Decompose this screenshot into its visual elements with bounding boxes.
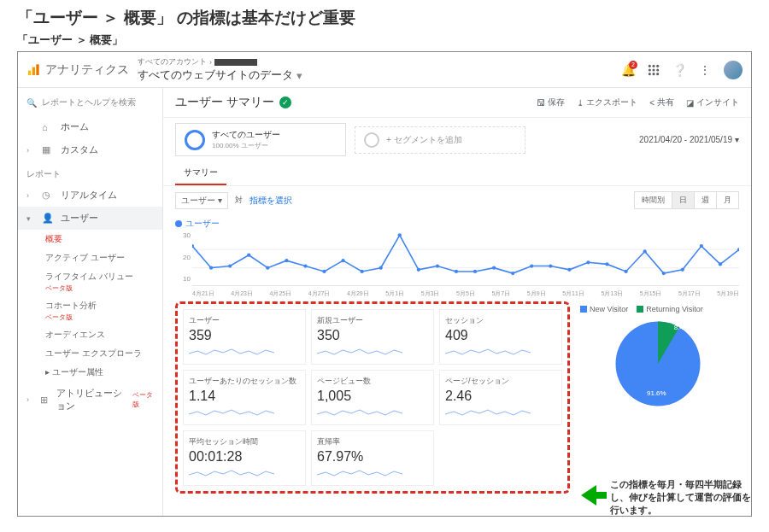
legend-returning: Returning Visitor xyxy=(637,305,702,313)
metric-link[interactable]: 指標を選択 xyxy=(249,195,292,207)
donut-add-icon xyxy=(364,132,379,148)
metrics-panel: ユーザー359新規ユーザー350セッション409ユーザーあたりのセッション数1.… xyxy=(175,301,570,494)
svg-point-33 xyxy=(530,264,533,267)
metric-card[interactable]: 新規ユーザー350 xyxy=(311,309,434,365)
kebab-icon[interactable]: ⋮ xyxy=(698,63,712,77)
metric-value: 409 xyxy=(445,328,556,343)
breadcrumb[interactable]: すべてのアカウント› すべてのウェブサイトのデータ▾ xyxy=(138,56,302,83)
insight-icon: ◪ xyxy=(686,98,694,108)
svg-point-16 xyxy=(209,266,213,270)
nav-attribution[interactable]: ›⊞アトリビューションベータ版 xyxy=(18,382,162,418)
metric-value: 2.46 xyxy=(445,389,556,404)
svg-point-7 xyxy=(652,68,655,71)
metric-card[interactable]: セッション409 xyxy=(439,309,562,365)
nav-realtime[interactable]: ›◷リアルタイム xyxy=(18,184,162,207)
svg-point-4 xyxy=(652,64,655,67)
metric-value: 1,005 xyxy=(317,389,428,404)
apps-icon[interactable] xyxy=(647,63,660,77)
subnav-active[interactable]: アクティブ ユーザー xyxy=(18,248,162,267)
metric-select[interactable]: ユーザー▾ xyxy=(175,192,228,209)
toggle-hourly[interactable]: 時間別 xyxy=(634,191,672,209)
sidebar: 🔍レポートとヘルプを検索 ⌂ホーム ›▦カスタム レポート ›◷リアルタイム ▾… xyxy=(18,88,163,516)
chevron-down-icon: ▾ xyxy=(735,135,739,144)
subnav-overview[interactable]: 概要 xyxy=(18,230,162,248)
svg-rect-2 xyxy=(36,64,38,75)
svg-point-17 xyxy=(228,264,232,267)
svg-point-36 xyxy=(586,260,590,264)
tab-summary[interactable]: サマリー xyxy=(175,161,226,185)
bell-icon[interactable]: 🔔2 xyxy=(621,63,635,77)
custom-icon: ▦ xyxy=(42,144,54,155)
share-button[interactable]: <共有 xyxy=(649,96,674,108)
svg-point-32 xyxy=(511,272,514,275)
slide-title: 「ユーザー ＞ 概要」 の指標は基本だけど重要 xyxy=(17,0,752,32)
svg-point-9 xyxy=(649,73,651,75)
svg-point-40 xyxy=(662,272,666,275)
home-icon: ⌂ xyxy=(42,122,54,132)
save-icon: 🖫 xyxy=(537,98,545,108)
metric-value: 67.97% xyxy=(317,449,428,465)
save-button[interactable]: 🖫保存 xyxy=(537,96,565,108)
legend-new: New Visitor xyxy=(580,305,628,313)
segment-add[interactable]: + セグメントを追加 xyxy=(355,126,525,154)
topbar: アナリティクス すべてのアカウント› すべてのウェブサイトのデータ▾ 🔔2 ❔ … xyxy=(18,52,751,88)
nav-custom[interactable]: ›▦カスタム xyxy=(18,138,162,161)
vs-label: 対 xyxy=(235,195,243,206)
metric-card[interactable]: ユーザーあたりのセッション数1.14 xyxy=(183,370,306,425)
toggle-month[interactable]: 月 xyxy=(716,191,739,209)
svg-point-37 xyxy=(605,262,608,266)
avatar[interactable] xyxy=(724,61,743,79)
subnav-explorer[interactable]: ユーザー エクスプローラ xyxy=(18,344,162,363)
metric-label: ユーザー xyxy=(189,315,300,328)
share-icon: < xyxy=(649,98,655,108)
nav-user[interactable]: ▾👤ユーザー xyxy=(18,207,162,230)
insight-button[interactable]: ◪インサイト xyxy=(686,96,739,108)
svg-point-11 xyxy=(656,73,659,75)
metric-card[interactable]: ページ/セッション2.46 xyxy=(439,370,562,425)
svg-rect-1 xyxy=(32,67,35,74)
toggle-week[interactable]: 週 xyxy=(694,191,717,209)
nav-home[interactable]: ⌂ホーム xyxy=(18,115,162,138)
svg-point-6 xyxy=(649,68,651,71)
subnav-attrs[interactable]: ▸ ユーザー属性 xyxy=(18,363,162,382)
date-range[interactable]: 2021/04/20 - 2021/05/19▾ xyxy=(639,135,739,144)
app-logo[interactable]: アナリティクス xyxy=(26,62,129,78)
metric-label: 直帰率 xyxy=(317,436,428,449)
metric-card[interactable]: 平均セッション時間00:01:28 xyxy=(183,430,306,486)
page-title: ユーザー サマリー✓ xyxy=(175,95,291,110)
metric-label: 平均セッション時間 xyxy=(189,436,300,449)
verified-icon: ✓ xyxy=(279,96,291,108)
svg-point-41 xyxy=(681,268,684,272)
search-icon: 🔍 xyxy=(26,98,37,108)
help-icon[interactable]: ❔ xyxy=(672,63,686,77)
svg-point-39 xyxy=(643,249,647,253)
subnav-cohort[interactable]: コホート分析ベータ版 xyxy=(18,296,162,325)
metric-value: 350 xyxy=(317,328,428,343)
svg-point-29 xyxy=(455,270,458,273)
subnav-lifetime[interactable]: ライフタイム バリューベータ版 xyxy=(18,267,162,296)
app-name: アナリティクス xyxy=(45,62,129,78)
svg-point-38 xyxy=(624,270,627,273)
pie-chart: 8.4% 91.6% xyxy=(611,317,705,411)
annotation: この指標を毎月・毎四半期記録し、伸びを計算して運営の評価を行います。 xyxy=(581,478,751,516)
metric-card[interactable]: 直帰率67.97% xyxy=(311,430,434,486)
export-button[interactable]: ⤓エクスポート xyxy=(577,96,637,108)
export-icon: ⤓ xyxy=(577,98,584,108)
metric-label: ページ/セッション xyxy=(445,376,556,389)
svg-point-21 xyxy=(303,264,307,267)
metric-card[interactable]: ユーザー359 xyxy=(183,309,306,365)
metric-value: 1.14 xyxy=(189,389,300,404)
subnav-audience[interactable]: オーディエンス xyxy=(18,325,162,344)
clock-icon: ◷ xyxy=(42,190,54,201)
svg-point-5 xyxy=(656,64,659,67)
toggle-day[interactable]: 日 xyxy=(672,191,695,209)
metric-label: セッション xyxy=(445,315,556,328)
segment-all[interactable]: すべてのユーザー100.00% ユーザー xyxy=(175,123,346,156)
metric-card[interactable]: ページビュー数1,005 xyxy=(311,370,434,425)
nav-reports-header: レポート xyxy=(18,161,162,184)
metric-value: 359 xyxy=(189,328,300,343)
line-chart: ユーザー 30 20 10 4月21日4月23日4月25日4月27日4月29日5… xyxy=(163,214,751,301)
svg-rect-0 xyxy=(28,70,31,74)
search-input[interactable]: 🔍レポートとヘルプを検索 xyxy=(18,93,162,115)
svg-point-24 xyxy=(360,270,363,273)
